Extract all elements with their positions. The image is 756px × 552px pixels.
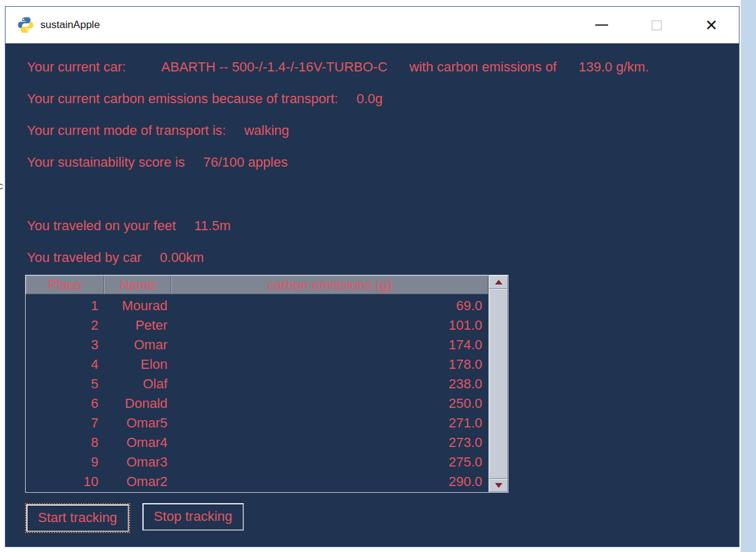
row-emissions: 174.0: [171, 337, 488, 353]
leaderboard-row[interactable]: 2 Peter 101.0: [26, 316, 488, 335]
scroll-up-button[interactable]: [489, 275, 508, 289]
table-scrollbar[interactable]: [488, 275, 508, 492]
column-header-emissions[interactable]: carbon emissions (g): [171, 275, 488, 294]
row-name: Elon: [104, 357, 171, 372]
transport-mode-value: walking: [244, 123, 289, 139]
triangle-down-icon: [495, 483, 502, 488]
maximize-icon: [651, 20, 662, 31]
tracking-buttons-row: Start tracking Stop tracking: [25, 503, 244, 533]
leaderboard-table: Place Name carbon emissions (g) 1 Mourad…: [25, 275, 508, 493]
desktop-edge-strip: [741, 0, 756, 552]
triangle-up-icon: [495, 280, 502, 285]
leaderboard-row[interactable]: 7 Omar5 271.0: [26, 413, 488, 433]
row-place: 3: [26, 337, 104, 353]
row-place: 10: [26, 474, 104, 490]
row-emissions: 275.0: [171, 454, 488, 470]
row-name: Peter: [104, 318, 171, 333]
row-place: 9: [26, 454, 104, 470]
current-car-value: ABARTH -- 500-/-1.4-/-16V-TURBO-C: [161, 59, 387, 75]
column-header-name[interactable]: Name: [104, 275, 171, 294]
minimize-button[interactable]: [574, 7, 629, 43]
leaderboard-row[interactable]: 4 Elon 178.0: [26, 355, 488, 374]
leaderboard-row[interactable]: 10 Omar2 290.0: [26, 472, 488, 492]
car-emissions-value: 139.0 g/km.: [579, 59, 649, 75]
window-controls: ✕: [574, 7, 739, 43]
leaderboard-row[interactable]: 6 Donald 250.0: [26, 394, 488, 413]
start-tracking-focus-ring: Start tracking: [25, 503, 130, 533]
window-title: sustainApple: [40, 19, 100, 31]
background-text-artifact: c: [0, 181, 3, 192]
row-name: Omar2: [104, 474, 171, 490]
row-name: Donald: [104, 396, 171, 412]
current-car-line: Your current car: ABARTH -- 500-/-1.4-/-…: [27, 59, 649, 75]
row-emissions: 290.0: [171, 474, 488, 490]
row-emissions: 273.0: [171, 435, 488, 451]
row-place: 6: [26, 396, 104, 412]
leaderboard-row[interactable]: 9 Omar3 275.0: [26, 452, 488, 472]
car-emissions-phrase: with carbon emissions of: [409, 59, 557, 75]
row-name: Olaf: [104, 376, 171, 392]
row-place: 2: [26, 318, 104, 333]
row-name: Omar5: [104, 415, 171, 431]
row-emissions: 271.0: [171, 415, 488, 431]
close-button[interactable]: ✕: [684, 7, 739, 43]
minimize-icon: [595, 24, 608, 26]
stop-tracking-button[interactable]: Stop tracking: [142, 503, 244, 531]
transport-mode-line: Your current mode of transport is: walki…: [27, 123, 289, 139]
car-distance-line: You traveled by car 0.00km: [27, 250, 204, 266]
maximize-button[interactable]: [629, 7, 684, 43]
row-place: 5: [26, 376, 104, 392]
scrollbar-thumb[interactable]: [489, 289, 508, 479]
row-name: Omar4: [104, 435, 171, 451]
sustainability-score-label: Your sustainability score is: [27, 154, 185, 170]
row-emissions: 69.0: [171, 298, 488, 314]
start-tracking-button[interactable]: Start tracking: [26, 504, 129, 532]
leaderboard-body: 1 Mourad 69.0 2 Peter 101.0 3 Omar 174.0: [26, 294, 488, 492]
transport-mode-label: Your current mode of transport is:: [27, 123, 226, 139]
feet-distance-value: 11.5m: [194, 218, 231, 234]
leaderboard-listbox: Place Name carbon emissions (g) 1 Mourad…: [26, 275, 488, 492]
row-place: 1: [26, 298, 104, 314]
car-distance-label: You traveled by car: [27, 250, 142, 266]
leaderboard-header-row: Place Name carbon emissions (g): [26, 275, 488, 294]
row-place: 8: [26, 435, 104, 451]
leaderboard-row[interactable]: 8 Omar4 273.0: [26, 433, 488, 452]
feet-distance-label: You traveled on your feet: [27, 218, 176, 234]
app-client-area: Your current car: ABARTH -- 500-/-1.4-/-…: [6, 43, 739, 547]
python-logo-icon: [17, 16, 35, 34]
row-emissions: 250.0: [171, 396, 488, 412]
scroll-down-button[interactable]: [489, 479, 508, 492]
app-window: sustainApple ✕ Your current car: ABARTH …: [5, 6, 739, 547]
row-emissions: 101.0: [171, 318, 488, 333]
current-car-label: Your current car:: [27, 59, 126, 75]
feet-distance-line: You traveled on your feet 11.5m: [27, 218, 230, 234]
leaderboard-row[interactable]: 5 Olaf 238.0: [26, 374, 488, 394]
transport-emissions-value: 0.0g: [356, 91, 383, 107]
row-name: Mourad: [104, 298, 171, 314]
leaderboard-row[interactable]: 3 Omar 174.0: [26, 335, 488, 355]
row-emissions: 238.0: [171, 376, 488, 392]
row-place: 7: [26, 415, 104, 431]
column-header-place[interactable]: Place: [26, 275, 104, 294]
row-place: 4: [26, 357, 104, 372]
title-bar[interactable]: sustainApple ✕: [6, 7, 739, 43]
row-emissions: 178.0: [171, 357, 488, 372]
row-name: Omar: [104, 337, 171, 353]
sustainability-score-value: 76/100 apples: [203, 154, 287, 170]
leaderboard-row[interactable]: 1 Mourad 69.0: [26, 296, 488, 316]
sustainability-score-line: Your sustainability score is 76/100 appl…: [27, 154, 288, 170]
close-icon: ✕: [705, 18, 718, 33]
car-distance-value: 0.00km: [160, 250, 204, 266]
transport-emissions-label: Your current carbon emissions because of…: [27, 91, 338, 107]
transport-emissions-line: Your current carbon emissions because of…: [27, 91, 383, 107]
row-name: Omar3: [104, 454, 171, 470]
